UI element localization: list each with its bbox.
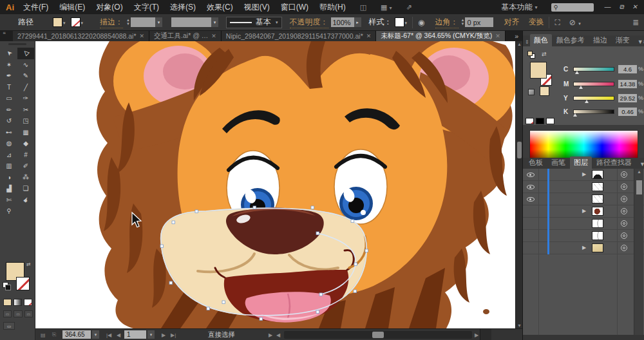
export-icon[interactable]: ⎘: [52, 329, 56, 340]
next-artboard-icon[interactable]: ▶: [162, 329, 166, 340]
layer-row[interactable]: ▶: [523, 230, 644, 242]
tab-color[interactable]: 颜色: [530, 34, 552, 47]
minimize-icon[interactable]: —: [604, 3, 611, 11]
menu-file[interactable]: 文件(F): [23, 2, 48, 13]
tab-color-guide[interactable]: 颜色参考: [553, 34, 589, 47]
style-swatch[interactable]: ▾: [395, 17, 408, 27]
stroke-weight-stepper[interactable]: ▲▼: [126, 19, 130, 26]
layer-target-icon[interactable]: [621, 245, 627, 251]
stroke-weight-dropdown-icon[interactable]: ▾: [155, 17, 162, 27]
hscroll-thumb[interactable]: [372, 332, 384, 338]
transform-link[interactable]: 变换: [528, 17, 544, 28]
layer-target-icon[interactable]: [621, 171, 627, 178]
column-graph-tool[interactable]: ▟: [1, 183, 17, 194]
none-swatch[interactable]: [526, 118, 534, 124]
layer-thumbnail[interactable]: [592, 231, 603, 240]
type-tool[interactable]: T: [1, 82, 17, 93]
layout-switcher-icon[interactable]: ▦ ▾: [381, 3, 392, 12]
menu-type[interactable]: 文字(T): [134, 2, 159, 13]
tab-close-icon[interactable]: ✕: [211, 33, 216, 39]
restore-icon[interactable]: ⧉: [619, 3, 623, 11]
layer-thumbnail[interactable]: [592, 182, 603, 191]
select-similar-icon[interactable]: ⊘ ▾: [569, 18, 581, 27]
dock-collapse-icon[interactable]: ❝: [0, 31, 13, 41]
opacity-dropdown-icon[interactable]: ▸: [354, 17, 361, 27]
stroke-color-swatch[interactable]: ▾: [71, 17, 84, 27]
menu-window[interactable]: 窗口(W): [281, 2, 308, 13]
hscroll-left-icon[interactable]: ◀: [276, 329, 280, 340]
brush-definition-dropdown[interactable]: 基本 ▾: [226, 17, 282, 28]
layer-thumbnail[interactable]: [592, 243, 603, 252]
hscroll-right-icon[interactable]: ▶: [475, 329, 478, 340]
layer-row[interactable]: ▶: [523, 205, 644, 218]
paintbrush-tool[interactable]: ✑: [17, 93, 34, 104]
swap-colors-icon[interactable]: ⇄: [542, 51, 547, 57]
layers-scroll-thumb[interactable]: [636, 180, 642, 194]
width-profile-dropdown-icon[interactable]: ▾: [211, 17, 218, 27]
live-paint-tool[interactable]: ◆: [17, 138, 34, 149]
arrange-documents-icon[interactable]: ◫: [360, 3, 366, 12]
visibility-toggle-icon[interactable]: [527, 173, 535, 177]
layer-thumbnail[interactable]: [592, 170, 603, 179]
layer-thumbnail[interactable]: [592, 194, 603, 203]
fill-stroke-mini[interactable]: ⇄: [527, 51, 549, 59]
black-swatch[interactable]: [536, 118, 544, 124]
cyan-slider[interactable]: [573, 67, 614, 71]
document-tab-1[interactable]: 27299441_20180613220208854088.ai*✕: [13, 31, 149, 41]
yellow-value[interactable]: 29.52: [618, 94, 637, 102]
opacity-value[interactable]: 100%: [331, 17, 354, 27]
menu-select[interactable]: 选择(S): [170, 2, 196, 13]
layer-row[interactable]: ▶: [523, 181, 644, 193]
collapse-options-icon[interactable]: ≣: [632, 18, 639, 27]
width-profile-dropdown[interactable]: [171, 17, 211, 27]
vscroll-thumb[interactable]: [517, 142, 522, 158]
close-icon[interactable]: ✕: [632, 3, 638, 11]
white-swatch[interactable]: [546, 118, 554, 124]
first-artboard-icon[interactable]: |◀: [106, 329, 111, 340]
gradient-tool[interactable]: ▥: [1, 160, 17, 172]
free-transform-tool[interactable]: ▦: [17, 127, 34, 138]
tab-layers[interactable]: 图层: [570, 156, 592, 169]
tab-brushes[interactable]: 画笔: [547, 156, 569, 169]
document-tab-2[interactable]: 交通工具.ai* @ …✕: [149, 31, 222, 41]
toolbar-grip[interactable]: [8, 43, 26, 45]
slice-tool[interactable]: ✄: [1, 194, 17, 206]
tab-pathfinder[interactable]: 路径查找器: [592, 156, 636, 169]
zoom-tool[interactable]: ⚲: [1, 205, 17, 217]
isolate-selection-icon[interactable]: ⛶: [554, 18, 560, 27]
none-mode-button[interactable]: [24, 299, 32, 306]
visibility-toggle-icon[interactable]: [527, 185, 535, 189]
menu-view[interactable]: 视图(V): [244, 2, 270, 13]
menu-edit[interactable]: 编辑(E): [59, 2, 85, 13]
pen-tool[interactable]: ✒: [1, 70, 17, 82]
artboard-dropdown-icon[interactable]: ▾: [147, 330, 155, 339]
blend-tool[interactable]: ◑: [1, 172, 17, 184]
default-fill-stroke-icon[interactable]: [3, 282, 8, 288]
draw-behind-button[interactable]: [14, 310, 22, 317]
opacity-label[interactable]: 不透明度：: [290, 17, 328, 28]
search-input[interactable]: ⚲: [551, 3, 594, 12]
perspective-grid-tool[interactable]: ⊿: [1, 149, 17, 161]
layer-row[interactable]: ▶: [523, 242, 644, 254]
cyan-value[interactable]: 4.6: [618, 65, 637, 73]
layer-target-icon[interactable]: [621, 196, 627, 202]
curvature-tool[interactable]: ✎: [17, 70, 34, 82]
tab-stroke[interactable]: 描边: [589, 34, 611, 47]
tab-gradient[interactable]: 渐变: [612, 34, 634, 47]
scissors-tool[interactable]: ✂: [17, 104, 34, 116]
st-label[interactable]: 描边：: [100, 17, 123, 28]
canvas-hscrollbar[interactable]: [284, 331, 472, 339]
layer-target-icon[interactable]: [621, 184, 627, 190]
swap-fill-stroke-icon[interactable]: ⇄: [26, 261, 31, 267]
layer-row[interactable]: ▶: [523, 193, 644, 205]
layers-scrollbar[interactable]: ▲ ▼: [634, 169, 643, 340]
draw-normal-button[interactable]: [3, 310, 12, 317]
gradient-mode-button[interactable]: [14, 299, 22, 306]
eyedropper-tool[interactable]: ✐: [17, 160, 34, 172]
shape-builder-tool[interactable]: ◍: [1, 138, 17, 149]
selection-tool[interactable]: ➤: [1, 48, 17, 59]
prev-artboard-icon[interactable]: ◀: [117, 329, 120, 340]
layer-target-icon[interactable]: [621, 208, 627, 214]
share-icon[interactable]: ⇗: [406, 3, 412, 12]
expand-arrow-icon[interactable]: ▶: [582, 245, 586, 250]
